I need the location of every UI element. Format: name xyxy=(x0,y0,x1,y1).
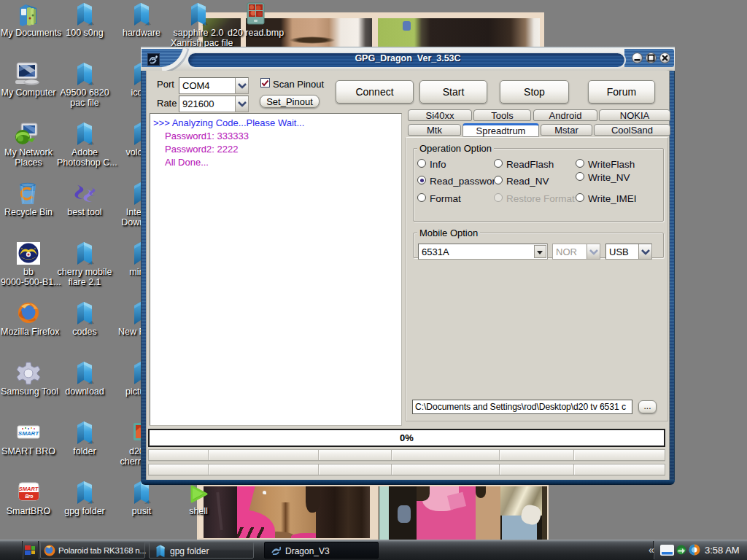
svg-text:SMART: SMART xyxy=(18,430,39,437)
svg-text:Bro: Bro xyxy=(25,494,33,499)
svg-text:SMART: SMART xyxy=(19,486,39,492)
